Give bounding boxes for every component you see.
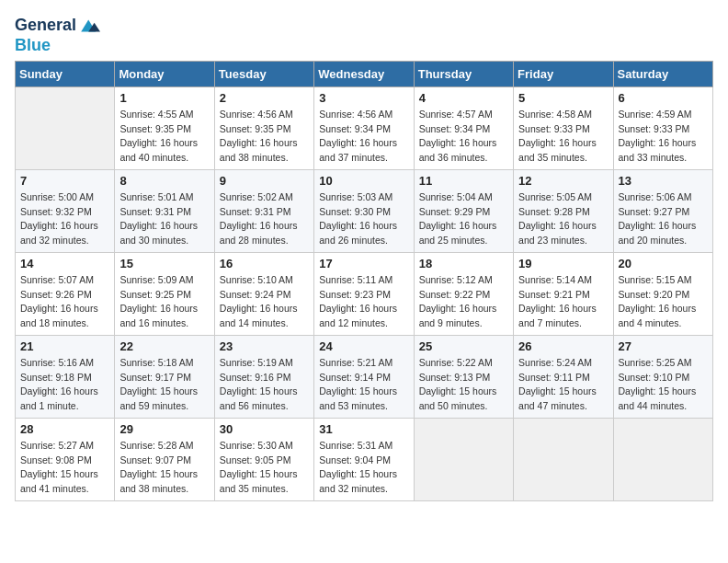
calendar-cell: 4Sunrise: 4:57 AMSunset: 9:34 PMDaylight… [414,86,513,169]
day-number: 13 [619,174,708,188]
day-info: Sunrise: 5:22 AMSunset: 9:13 PMDaylight:… [419,356,508,414]
day-info: Sunrise: 5:18 AMSunset: 9:17 PMDaylight:… [119,356,209,414]
day-number: 10 [319,174,408,188]
day-number: 23 [220,339,309,353]
day-info: Sunrise: 5:16 AMSunset: 9:18 PMDaylight:… [20,356,109,414]
day-number: 19 [518,257,608,270]
day-info: Sunrise: 4:56 AMSunset: 9:35 PMDaylight:… [220,108,309,166]
day-info: Sunrise: 5:10 AMSunset: 9:24 PMDaylight:… [220,273,309,331]
weekday-header: Thursday [414,61,513,86]
calendar-cell [514,418,613,500]
logo-icon [78,15,100,37]
day-info: Sunrise: 5:00 AMSunset: 9:32 PMDaylight:… [20,190,109,248]
calendar-cell: 30Sunrise: 5:30 AMSunset: 9:05 PMDayligh… [214,418,313,500]
logo: General Blue [15,15,100,55]
day-info: Sunrise: 5:01 AMSunset: 9:31 PMDaylight:… [119,190,209,248]
calendar-cell: 8Sunrise: 5:01 AMSunset: 9:31 PMDaylight… [115,169,214,252]
calendar-cell: 16Sunrise: 5:10 AMSunset: 9:24 PMDayligh… [214,252,313,335]
calendar-cell: 19Sunrise: 5:14 AMSunset: 9:21 PMDayligh… [514,252,613,335]
calendar-cell: 7Sunrise: 5:00 AMSunset: 9:32 PMDaylight… [16,169,115,252]
day-info: Sunrise: 5:21 AMSunset: 9:14 PMDaylight:… [319,356,408,414]
day-info: Sunrise: 4:58 AMSunset: 9:33 PMDaylight:… [518,108,608,166]
weekday-header: Wednesday [314,61,414,86]
calendar-cell: 6Sunrise: 4:59 AMSunset: 9:33 PMDaylight… [613,86,712,169]
calendar-cell [16,86,115,169]
day-number: 9 [220,174,309,188]
calendar-cell: 24Sunrise: 5:21 AMSunset: 9:14 PMDayligh… [314,335,414,418]
day-info: Sunrise: 5:11 AMSunset: 9:23 PMDaylight:… [319,273,408,331]
day-number: 30 [220,422,309,436]
calendar-cell: 15Sunrise: 5:09 AMSunset: 9:25 PMDayligh… [115,252,214,335]
calendar-cell: 27Sunrise: 5:25 AMSunset: 9:10 PMDayligh… [613,335,712,418]
calendar-cell: 18Sunrise: 5:12 AMSunset: 9:22 PMDayligh… [414,252,513,335]
calendar-cell: 10Sunrise: 5:03 AMSunset: 9:30 PMDayligh… [314,169,414,252]
day-number: 1 [119,91,209,105]
day-number: 20 [619,257,708,270]
day-number: 21 [20,339,109,353]
weekday-header: Tuesday [214,61,313,86]
calendar-cell: 17Sunrise: 5:11 AMSunset: 9:23 PMDayligh… [314,252,414,335]
day-info: Sunrise: 5:04 AMSunset: 9:29 PMDaylight:… [419,190,508,248]
calendar-cell: 21Sunrise: 5:16 AMSunset: 9:18 PMDayligh… [16,335,115,418]
weekday-header: Monday [115,61,214,86]
calendar-week-row: 28Sunrise: 5:27 AMSunset: 9:08 PMDayligh… [16,418,713,500]
weekday-header: Friday [514,61,613,86]
day-number: 3 [319,91,408,105]
day-info: Sunrise: 5:02 AMSunset: 9:31 PMDaylight:… [220,190,309,248]
weekday-header: Saturday [613,61,712,86]
calendar-cell: 11Sunrise: 5:04 AMSunset: 9:29 PMDayligh… [414,169,513,252]
day-number: 15 [119,257,209,270]
day-info: Sunrise: 5:25 AMSunset: 9:10 PMDaylight:… [619,356,708,414]
calendar-week-row: 7Sunrise: 5:00 AMSunset: 9:32 PMDaylight… [16,169,713,252]
calendar-week-row: 14Sunrise: 5:07 AMSunset: 9:26 PMDayligh… [16,252,713,335]
day-number: 16 [220,257,309,270]
day-number: 26 [518,339,608,353]
calendar-cell [613,418,712,500]
day-number: 12 [518,174,608,188]
calendar-week-row: 21Sunrise: 5:16 AMSunset: 9:18 PMDayligh… [16,335,713,418]
day-info: Sunrise: 5:12 AMSunset: 9:22 PMDaylight:… [419,273,508,331]
calendar-header: SundayMondayTuesdayWednesdayThursdayFrid… [16,61,713,86]
calendar-cell: 25Sunrise: 5:22 AMSunset: 9:13 PMDayligh… [414,335,513,418]
calendar-cell: 12Sunrise: 5:05 AMSunset: 9:28 PMDayligh… [514,169,613,252]
day-number: 2 [220,91,309,105]
day-number: 18 [419,257,508,270]
calendar-cell: 5Sunrise: 4:58 AMSunset: 9:33 PMDaylight… [514,86,613,169]
logo-text-general: General [15,17,76,35]
day-info: Sunrise: 5:09 AMSunset: 9:25 PMDaylight:… [119,273,209,331]
day-info: Sunrise: 5:30 AMSunset: 9:05 PMDaylight:… [220,439,309,497]
calendar-cell: 9Sunrise: 5:02 AMSunset: 9:31 PMDaylight… [214,169,313,252]
day-number: 27 [619,339,708,353]
day-info: Sunrise: 4:57 AMSunset: 9:34 PMDaylight:… [419,108,508,166]
calendar-cell: 22Sunrise: 5:18 AMSunset: 9:17 PMDayligh… [115,335,214,418]
day-number: 5 [518,91,608,105]
calendar-cell: 29Sunrise: 5:28 AMSunset: 9:07 PMDayligh… [115,418,214,500]
calendar-cell: 2Sunrise: 4:56 AMSunset: 9:35 PMDaylight… [214,86,313,169]
calendar-week-row: 1Sunrise: 4:55 AMSunset: 9:35 PMDaylight… [16,86,713,169]
calendar-cell: 14Sunrise: 5:07 AMSunset: 9:26 PMDayligh… [16,252,115,335]
page-header: General Blue [15,15,713,55]
day-info: Sunrise: 5:27 AMSunset: 9:08 PMDaylight:… [20,439,109,497]
header-row: SundayMondayTuesdayWednesdayThursdayFrid… [16,61,713,86]
calendar-cell [414,418,513,500]
day-info: Sunrise: 5:31 AMSunset: 9:04 PMDaylight:… [319,439,408,497]
day-info: Sunrise: 5:06 AMSunset: 9:27 PMDaylight:… [619,190,708,248]
day-number: 11 [419,174,508,188]
calendar-cell: 3Sunrise: 4:56 AMSunset: 9:34 PMDaylight… [314,86,414,169]
day-info: Sunrise: 5:19 AMSunset: 9:16 PMDaylight:… [220,356,309,414]
calendar-cell: 26Sunrise: 5:24 AMSunset: 9:11 PMDayligh… [514,335,613,418]
calendar-cell: 1Sunrise: 4:55 AMSunset: 9:35 PMDaylight… [115,86,214,169]
day-number: 31 [319,422,408,436]
day-info: Sunrise: 5:14 AMSunset: 9:21 PMDaylight:… [518,273,608,331]
day-info: Sunrise: 5:03 AMSunset: 9:30 PMDaylight:… [319,190,408,248]
weekday-header: Sunday [16,61,115,86]
day-number: 24 [319,339,408,353]
day-number: 4 [419,91,508,105]
day-info: Sunrise: 5:28 AMSunset: 9:07 PMDaylight:… [119,439,209,497]
day-number: 6 [619,91,708,105]
day-number: 28 [20,422,109,436]
day-info: Sunrise: 5:15 AMSunset: 9:20 PMDaylight:… [619,273,708,331]
day-info: Sunrise: 4:55 AMSunset: 9:35 PMDaylight:… [119,108,209,166]
day-number: 29 [119,422,209,436]
day-number: 22 [119,339,209,353]
